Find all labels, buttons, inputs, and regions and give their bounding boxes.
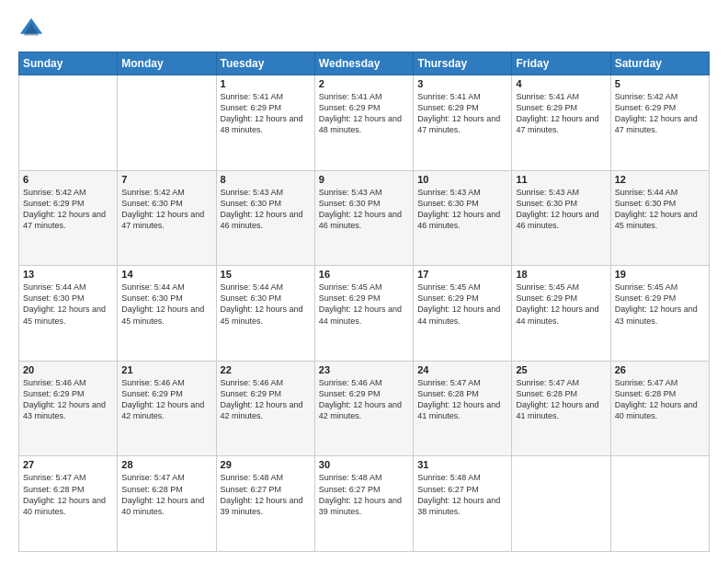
calendar-cell: 11Sunrise: 5:43 AM Sunset: 6:30 PM Dayli… [512,170,610,266]
calendar-header-row: SundayMondayTuesdayWednesdayThursdayFrid… [19,52,710,75]
day-info: Sunrise: 5:48 AM Sunset: 6:27 PM Dayligh… [221,472,311,517]
day-info: Sunrise: 5:41 AM Sunset: 6:29 PM Dayligh… [319,91,409,136]
calendar-cell: 31Sunrise: 5:48 AM Sunset: 6:27 PM Dayli… [414,456,512,552]
calendar-cell [512,456,610,552]
day-info: Sunrise: 5:42 AM Sunset: 6:29 PM Dayligh… [615,91,705,136]
calendar-cell: 27Sunrise: 5:47 AM Sunset: 6:28 PM Dayli… [19,456,118,552]
calendar-cell: 9Sunrise: 5:43 AM Sunset: 6:30 PM Daylig… [314,170,413,266]
calendar-cell: 3Sunrise: 5:41 AM Sunset: 6:29 PM Daylig… [414,75,512,171]
day-number: 12 [615,174,705,185]
day-number: 10 [417,174,507,185]
day-info: Sunrise: 5:43 AM Sunset: 6:30 PM Dayligh… [319,187,409,232]
calendar-cell: 8Sunrise: 5:43 AM Sunset: 6:30 PM Daylig… [216,170,314,266]
day-info: Sunrise: 5:44 AM Sunset: 6:30 PM Dayligh… [615,187,705,232]
day-number: 31 [417,459,507,470]
calendar-cell: 6Sunrise: 5:42 AM Sunset: 6:29 PM Daylig… [19,170,118,266]
day-number: 22 [221,364,311,375]
day-number: 13 [23,269,113,280]
day-info: Sunrise: 5:46 AM Sunset: 6:29 PM Dayligh… [121,377,211,422]
day-number: 5 [615,78,705,89]
day-info: Sunrise: 5:43 AM Sunset: 6:30 PM Dayligh… [417,187,507,232]
day-number: 20 [23,364,113,375]
calendar-week-row: 27Sunrise: 5:47 AM Sunset: 6:28 PM Dayli… [19,456,710,552]
calendar-cell: 24Sunrise: 5:47 AM Sunset: 6:28 PM Dayli… [414,361,512,456]
day-info: Sunrise: 5:47 AM Sunset: 6:28 PM Dayligh… [417,377,507,422]
calendar-cell: 30Sunrise: 5:48 AM Sunset: 6:27 PM Dayli… [314,456,413,552]
day-info: Sunrise: 5:46 AM Sunset: 6:29 PM Dayligh… [23,377,113,422]
day-info: Sunrise: 5:45 AM Sunset: 6:29 PM Dayligh… [417,282,507,327]
day-info: Sunrise: 5:48 AM Sunset: 6:27 PM Dayligh… [417,472,507,517]
calendar-week-row: 13Sunrise: 5:44 AM Sunset: 6:30 PM Dayli… [19,266,710,362]
logo-icon [18,17,44,42]
day-info: Sunrise: 5:47 AM Sunset: 6:28 PM Dayligh… [121,472,211,517]
calendar-cell: 7Sunrise: 5:42 AM Sunset: 6:30 PM Daylig… [118,170,216,266]
day-number: 8 [221,174,311,185]
day-number: 16 [319,269,409,280]
header [18,17,710,42]
calendar-header-tuesday: Tuesday [216,52,314,75]
calendar-header-saturday: Saturday [610,52,709,75]
calendar-header-wednesday: Wednesday [314,52,413,75]
logo [18,17,48,42]
day-info: Sunrise: 5:43 AM Sunset: 6:30 PM Dayligh… [221,187,311,232]
day-number: 24 [417,364,507,375]
day-info: Sunrise: 5:45 AM Sunset: 6:29 PM Dayligh… [516,282,606,327]
calendar-cell: 13Sunrise: 5:44 AM Sunset: 6:30 PM Dayli… [19,266,118,362]
day-number: 14 [121,269,211,280]
calendar-header-thursday: Thursday [414,52,512,75]
day-info: Sunrise: 5:41 AM Sunset: 6:29 PM Dayligh… [417,91,507,136]
day-info: Sunrise: 5:46 AM Sunset: 6:29 PM Dayligh… [319,377,409,422]
calendar-cell [19,75,118,171]
calendar-cell: 26Sunrise: 5:47 AM Sunset: 6:28 PM Dayli… [610,361,709,456]
day-number: 19 [615,269,705,280]
day-number: 3 [417,78,507,89]
day-number: 17 [417,269,507,280]
calendar-cell: 1Sunrise: 5:41 AM Sunset: 6:29 PM Daylig… [216,75,314,171]
day-info: Sunrise: 5:47 AM Sunset: 6:28 PM Dayligh… [615,377,705,422]
calendar-week-row: 20Sunrise: 5:46 AM Sunset: 6:29 PM Dayli… [19,361,710,456]
calendar-cell [118,75,216,171]
calendar-cell: 22Sunrise: 5:46 AM Sunset: 6:29 PM Dayli… [216,361,314,456]
calendar-cell: 16Sunrise: 5:45 AM Sunset: 6:29 PM Dayli… [314,266,413,362]
calendar-cell: 14Sunrise: 5:44 AM Sunset: 6:30 PM Dayli… [118,266,216,362]
calendar-header-sunday: Sunday [19,52,118,75]
calendar-cell: 21Sunrise: 5:46 AM Sunset: 6:29 PM Dayli… [118,361,216,456]
day-number: 9 [319,174,409,185]
day-number: 23 [319,364,409,375]
calendar-cell: 18Sunrise: 5:45 AM Sunset: 6:29 PM Dayli… [512,266,610,362]
calendar-table: SundayMondayTuesdayWednesdayThursdayFrid… [18,52,710,552]
day-info: Sunrise: 5:47 AM Sunset: 6:28 PM Dayligh… [23,472,113,517]
calendar-cell: 23Sunrise: 5:46 AM Sunset: 6:29 PM Dayli… [314,361,413,456]
calendar-cell: 2Sunrise: 5:41 AM Sunset: 6:29 PM Daylig… [314,75,413,171]
day-number: 30 [319,459,409,470]
day-number: 21 [121,364,211,375]
day-info: Sunrise: 5:44 AM Sunset: 6:30 PM Dayligh… [23,282,113,327]
day-info: Sunrise: 5:47 AM Sunset: 6:28 PM Dayligh… [516,377,606,422]
page: SundayMondayTuesdayWednesdayThursdayFrid… [0,0,728,563]
day-info: Sunrise: 5:41 AM Sunset: 6:29 PM Dayligh… [516,91,606,136]
calendar-cell: 20Sunrise: 5:46 AM Sunset: 6:29 PM Dayli… [19,361,118,456]
calendar-cell: 5Sunrise: 5:42 AM Sunset: 6:29 PM Daylig… [610,75,709,171]
day-number: 29 [221,459,311,470]
day-info: Sunrise: 5:42 AM Sunset: 6:30 PM Dayligh… [121,187,211,232]
calendar-week-row: 1Sunrise: 5:41 AM Sunset: 6:29 PM Daylig… [19,75,710,171]
day-info: Sunrise: 5:44 AM Sunset: 6:30 PM Dayligh… [221,282,311,327]
calendar-cell: 19Sunrise: 5:45 AM Sunset: 6:29 PM Dayli… [610,266,709,362]
calendar-cell: 28Sunrise: 5:47 AM Sunset: 6:28 PM Dayli… [118,456,216,552]
day-info: Sunrise: 5:42 AM Sunset: 6:29 PM Dayligh… [23,187,113,232]
day-number: 2 [319,78,409,89]
day-number: 1 [221,78,311,89]
calendar-cell: 25Sunrise: 5:47 AM Sunset: 6:28 PM Dayli… [512,361,610,456]
calendar-cell [610,456,709,552]
day-number: 18 [516,269,606,280]
day-number: 11 [516,174,606,185]
day-info: Sunrise: 5:41 AM Sunset: 6:29 PM Dayligh… [221,91,311,136]
calendar-cell: 4Sunrise: 5:41 AM Sunset: 6:29 PM Daylig… [512,75,610,171]
day-info: Sunrise: 5:46 AM Sunset: 6:29 PM Dayligh… [221,377,311,422]
day-info: Sunrise: 5:45 AM Sunset: 6:29 PM Dayligh… [615,282,705,327]
calendar-cell: 29Sunrise: 5:48 AM Sunset: 6:27 PM Dayli… [216,456,314,552]
day-number: 26 [615,364,705,375]
calendar-header-friday: Friday [512,52,610,75]
day-number: 4 [516,78,606,89]
day-number: 6 [23,174,113,185]
